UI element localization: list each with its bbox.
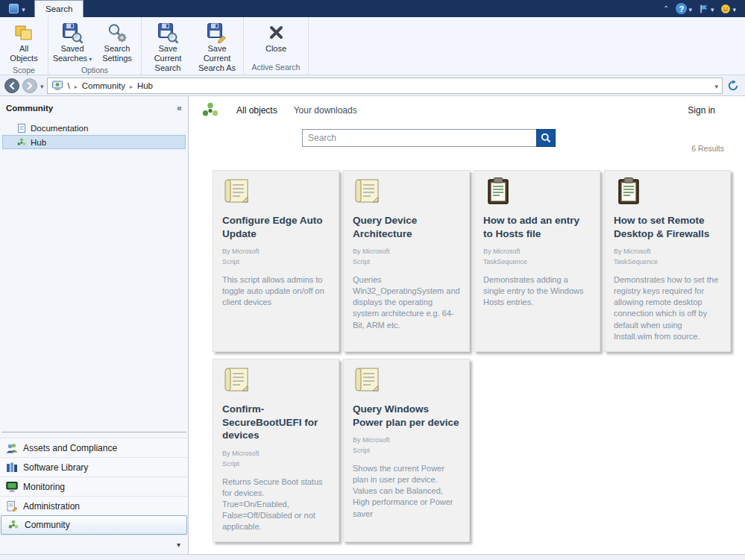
save-search-as-icon [207, 21, 227, 44]
refresh-icon [727, 80, 739, 92]
sidebar-item-monitoring[interactable]: Monitoring [0, 476, 188, 496]
card-type: Script [353, 446, 460, 456]
application-menu-button[interactable] [0, 0, 34, 17]
chevron-down-icon [87, 54, 92, 63]
hub-icon [16, 137, 27, 148]
script-scroll-icon [353, 365, 383, 395]
sidebar-item-software-library[interactable]: Software Library [0, 457, 188, 476]
configmgr-console-window: Search All Objects Scope [0, 0, 745, 560]
address-bar: \ Community Hub [0, 75, 745, 96]
card-type: Script [222, 257, 330, 268]
search-button[interactable] [536, 129, 556, 147]
ribbon-group-save: Save Current Search Save Current Search … [142, 17, 244, 75]
tab-your-downloads[interactable]: Your downloads [294, 105, 357, 116]
refresh-button[interactable] [726, 78, 741, 93]
card-title: How to add an entry to Hosts file [483, 214, 591, 240]
all-objects-button[interactable]: All Objects [1, 19, 46, 63]
card-description: This script allows admins to toggle auto… [222, 274, 330, 309]
content-area: Community Documentation Hub Assets and C… [0, 96, 745, 554]
arrow-left-icon [7, 81, 17, 91]
card-type: Script [222, 459, 330, 470]
minimize-ribbon-button[interactable] [663, 5, 669, 13]
script-scroll-icon [222, 177, 252, 207]
chevron-down-icon [732, 4, 736, 14]
card-author: By Microsoft [353, 247, 460, 257]
breadcrumb[interactable]: \ Community Hub [47, 78, 723, 94]
hub-header: All objects Your downloads Sign in [189, 96, 745, 125]
saved-searches-button[interactable]: Saved Searches [50, 19, 95, 63]
ribbon: All Objects Scope Saved Searches Search … [0, 17, 745, 75]
tree-item-hub[interactable]: Hub [2, 135, 186, 149]
ribbon-group-active-search: Close Active Search [244, 17, 309, 75]
chevron-down-icon [711, 4, 714, 14]
sidebar-item-administration[interactable]: Administration [0, 496, 188, 515]
hub-search [302, 129, 556, 147]
hub-item-card[interactable]: Query Windows Power plan per device By M… [343, 359, 470, 542]
forward-button[interactable] [22, 78, 37, 93]
breadcrumb-separator-icon [75, 81, 78, 91]
status-bar [0, 554, 745, 560]
all-objects-icon [13, 21, 34, 44]
hub-item-card[interactable]: Query Device Architecture By Microsoft S… [343, 170, 470, 352]
hub-item-card[interactable]: How to set Remote Desktop & Firewalls By… [604, 170, 731, 352]
pane-splitter[interactable] [1, 432, 186, 438]
breadcrumb-root[interactable]: \ [68, 81, 70, 90]
community-icon [7, 519, 19, 531]
documentation-icon [16, 123, 27, 133]
card-description: Returns Secure Boot status for devices. … [222, 476, 330, 533]
hub-item-card[interactable]: How to add an entry to Hosts file By Mic… [474, 170, 600, 352]
close-search-button[interactable]: Close [254, 19, 298, 54]
back-button[interactable] [4, 78, 19, 93]
breadcrumb-community[interactable]: Community [82, 81, 125, 90]
collapse-pane-icon[interactable] [177, 103, 182, 113]
card-title: How to set Remote Desktop & Firewalls [614, 214, 721, 240]
feedback-flag-button[interactable] [699, 4, 714, 14]
navigation-tree: Documentation Hub [0, 118, 188, 152]
tasksequence-clipboard-icon [614, 177, 644, 207]
search-settings-icon [107, 21, 128, 44]
chevron-up-icon [663, 5, 669, 13]
site-icon [51, 80, 63, 92]
card-author: By Microsoft [222, 449, 330, 459]
application-icon [9, 4, 19, 13]
card-description: Demonstrates how to set the registry key… [614, 274, 721, 342]
sidebar-item-assets-and-compliance[interactable]: Assets and Compliance [0, 438, 188, 457]
history-dropdown-icon[interactable] [40, 81, 44, 91]
ribbon-group-scope: All Objects Scope [0, 17, 48, 75]
breadcrumb-dropdown-icon[interactable] [714, 81, 718, 91]
card-author: By Microsoft [222, 247, 330, 257]
help-button[interactable] [676, 3, 692, 14]
card-type: TaskSequence [614, 257, 721, 268]
tasksequence-clipboard-icon [483, 177, 513, 207]
tree-item-documentation[interactable]: Documentation [2, 121, 186, 135]
send-a-smile-button[interactable] [720, 4, 736, 14]
card-title: Query Windows Power plan per device [353, 403, 460, 429]
tab-all-objects[interactable]: All objects [236, 105, 277, 116]
save-current-search-as-button[interactable]: Save Current Search As [192, 19, 242, 73]
chevron-down-icon [688, 4, 692, 14]
card-title: Query Device Architecture [353, 214, 460, 240]
breadcrumb-hub[interactable]: Hub [137, 81, 153, 90]
results-count: 6 Results [691, 144, 724, 153]
navigation-pane-options-icon[interactable] [177, 541, 180, 549]
search-settings-button[interactable]: Search Settings [95, 19, 139, 63]
navigation-pane-header: Community [0, 96, 188, 118]
administration-icon [6, 500, 18, 512]
sign-in-link[interactable]: Sign in [688, 105, 715, 116]
script-scroll-icon [222, 365, 252, 395]
hub-item-card[interactable]: Configure Edge Auto Update By Microsoft … [213, 170, 339, 352]
hub-item-card[interactable]: Confirm-SecureBootUEFI for devices By Mi… [213, 359, 339, 542]
close-icon [265, 21, 286, 44]
help-icon [676, 3, 687, 14]
sidebar-item-community[interactable]: Community [1, 515, 187, 535]
community-hub-icon [201, 101, 220, 120]
card-author: By Microsoft [483, 247, 591, 257]
title-bar-controls [663, 0, 745, 17]
ribbon-tab-search[interactable]: Search [34, 0, 84, 17]
flag-icon [699, 4, 709, 14]
script-scroll-icon [353, 177, 383, 207]
save-search-icon [157, 21, 178, 44]
card-author: By Microsoft [614, 247, 721, 257]
save-current-search-button[interactable]: Save Current Search [143, 19, 192, 73]
search-input[interactable] [302, 129, 536, 147]
